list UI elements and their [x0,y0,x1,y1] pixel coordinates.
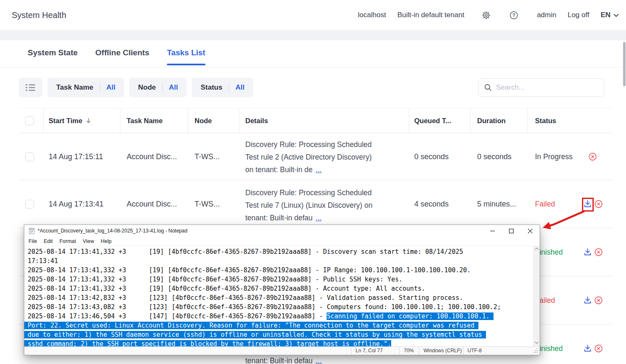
cancel-task-button[interactable] [588,152,597,161]
log-line: 2025-08-14 17:13:41,332 +3 [19] [4bf0ccf… [28,284,532,293]
details-line: Test rule 2 (Active Directory Discovery) [245,151,413,163]
log-line: Port: 22. Secret used: Linux Account Dis… [28,321,532,330]
settings-button[interactable] [481,10,491,20]
header-label: Task Name [127,117,163,125]
notepad-titlebar[interactable]: *Account_Discovery_task_log_14-08-2025_1… [24,225,540,237]
notepad-text-area[interactable]: 2025-08-14 17:13:41,332 +3 [19] [4bf0ccf… [24,246,533,346]
menu-view[interactable]: View [79,237,97,246]
notepad-window: *Account_Discovery_task_log_14-08-2025_1… [24,225,540,355]
language-selector[interactable]: EN [600,11,619,19]
cell-task-name: Account Disc... [127,152,177,161]
tab-tasks-list[interactable]: Tasks List [167,40,205,67]
cell-task-name: Account Disc... [127,200,177,209]
details-more-link[interactable]: ... [316,356,322,364]
column-header-task-name[interactable]: Task Name [127,108,163,133]
log-line: 2025-08-14 17:13:41,332 +3 [19] [4bf0ccf… [28,247,532,256]
filter-node[interactable]: NodeAll [129,78,187,97]
tab-bar: System StateOffline ClientsTasks List [0,40,626,67]
tab-offline-clients[interactable]: Offline Clients [95,40,149,67]
cancel-icon [594,344,603,354]
column-header-duration[interactable]: Duration [477,108,506,133]
cursor-position: Ln 7, Col 77 [351,347,399,355]
details-line: Discovery Rule: Processing Scheduled [245,138,413,151]
notepad-title: *Account_Discovery_task_log_14-08-2025_1… [38,228,187,234]
menu-format[interactable]: Format [56,237,80,246]
column-header-node[interactable]: Node [195,108,212,133]
resize-grip[interactable] [533,349,538,353]
column-separator [470,108,471,133]
select-all-checkbox[interactable] [25,116,34,125]
header-label: Status [535,117,556,125]
column-header-details[interactable]: Details [245,108,268,133]
row-checkbox[interactable] [25,152,34,161]
download-log-button[interactable] [583,248,592,257]
column-separator [43,108,44,133]
table-header: Start TimeTask NameNodeDetailsQueued T..… [19,108,612,133]
download-log-button[interactable] [583,296,592,305]
page-scrollbar[interactable] [623,42,626,86]
close-icon [528,229,532,233]
task-row[interactable]: 14 Aug 17:15:11Account Disc...T-WS...0 s… [19,133,612,180]
column-separator [120,108,120,133]
top-bar-right: localhost Built-in default tenant ? admi… [358,10,619,20]
cancel-task-button[interactable] [594,248,603,257]
log-line: due to either: 1) the SSH daemon service… [28,330,532,339]
details-more-link[interactable]: ... [316,214,322,222]
zoom-level: 70% [399,347,419,355]
cell-details: Discovery Rule: Processing ScheduledTest… [245,138,413,176]
filter-status[interactable]: StatusAll [192,78,253,97]
chip-divider [162,83,163,92]
statusbar-spacer [24,347,351,355]
cell-duration: 0 seconds [477,152,512,161]
cell-start-time: 14 Aug 17:15:11 [49,152,103,161]
svg-text:?: ? [512,12,515,18]
tenant-selector[interactable]: Built-in default tenant [397,11,465,19]
column-header-start-time[interactable]: Start Time [49,108,91,133]
task-row[interactable]: 14 Aug 17:13:41Account Disc...T-WS...4 s… [19,180,612,228]
log-line: sshd command; 2) the SSH port specified … [28,339,532,346]
encoding: UTF-8 [463,347,540,355]
menu-file[interactable]: File [25,237,40,246]
chip-divider [229,83,229,92]
sort-desc-icon [86,118,91,124]
chip-divider [100,83,100,92]
download-icon [583,296,592,305]
filter-label: Node [138,83,156,92]
row-checkbox[interactable] [25,200,34,209]
notepad-icon [28,227,35,235]
logoff-link[interactable]: Log off [568,11,590,19]
details-line: tenant: Built-in defau... [245,356,322,364]
chevron-down-icon [613,13,619,17]
cancel-icon [594,248,603,257]
menu-edit[interactable]: Edit [40,237,56,246]
cancel-icon [588,152,597,161]
cell-node: T-WS... [195,200,220,209]
header-label: Start Time [49,117,82,125]
filter-task-name[interactable]: Task NameAll [47,78,124,97]
top-bar: System Health localhost Built-in default… [0,0,626,31]
cancel-task-button[interactable] [594,344,603,354]
log-line: 2025-08-14 17:13:46,504 +3 [147] [4bf0cc… [28,312,532,321]
column-header-status[interactable]: Status [535,108,556,133]
menu-help[interactable]: Help [97,237,115,246]
maximize-button[interactable] [502,225,521,237]
user-menu[interactable]: admin [537,11,556,19]
gear-icon [481,10,491,20]
header-label: Node [195,117,212,125]
column-separator [239,108,239,133]
help-button[interactable]: ? [509,10,519,20]
cancel-task-button[interactable] [594,296,603,305]
tab-system-state[interactable]: System State [28,40,78,67]
view-options-button[interactable] [19,78,42,97]
list-icon [26,83,36,92]
search-input[interactable] [496,83,599,92]
details-more-link[interactable]: ... [316,165,322,174]
notepad-scrollbar[interactable] [533,246,540,346]
header-band [0,31,626,40]
minimize-button[interactable] [483,225,502,237]
download-log-button[interactable] [583,344,592,354]
scroll-up-icon[interactable] [535,248,539,251]
column-header-queued-t[interactable]: Queued T... [414,108,451,133]
scroll-down-icon[interactable] [535,341,539,345]
status-label: In Progress [535,152,572,161]
